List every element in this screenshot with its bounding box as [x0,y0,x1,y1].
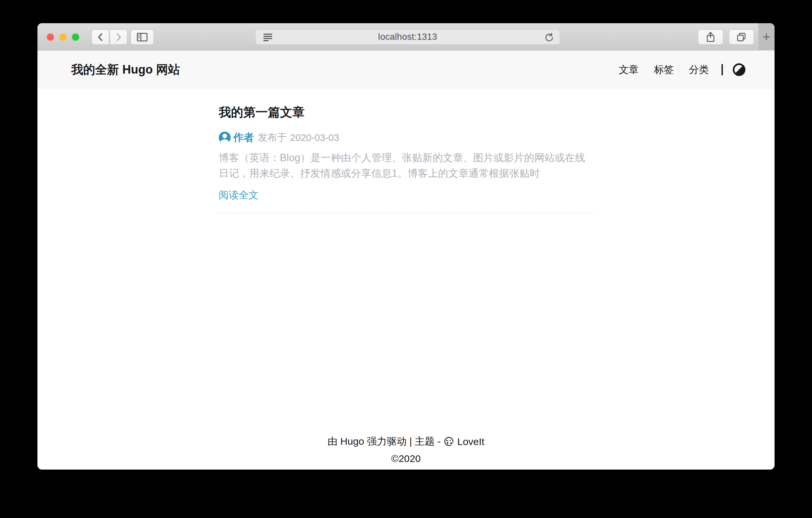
post-summary-text: 博客（英语：Blog）是一种由个人管理、张贴新的文章、图片或影片的网站或在线日记… [219,150,593,181]
publish-label: 发布于 [258,131,287,144]
author-link[interactable]: 作者 [233,131,254,144]
site-footer: 由 Hugo 强力驱动 | 主题 - LoveIt ©2020 [37,435,775,464]
post-title[interactable]: 我的第一篇文章 [219,104,593,121]
author-avatar-icon [219,132,231,144]
chevron-left-icon [97,33,104,42]
nav-item-posts[interactable]: 文章 [619,63,639,77]
page-content: 我的第一篇文章 作者 发布于 2020-03-03 博客（英语：Blog）是一种… [37,89,775,470]
footer-theme-link[interactable]: LoveIt [457,436,485,447]
publish-date: 2020-03-03 [290,132,339,143]
url-text: localhost:1313 [378,32,437,42]
forward-button[interactable] [110,29,127,45]
sidebar-icon [137,33,147,42]
sidebar-toggle-button[interactable] [130,29,154,45]
footer-copyright: ©2020 [37,453,775,464]
fullscreen-button[interactable] [72,33,79,41]
tabs-icon [736,32,746,42]
close-button[interactable] [47,33,54,41]
read-more-link[interactable]: 阅读全文 [219,188,259,202]
kiss-wink-heart-icon [444,436,454,447]
footer-powered-text: 由 Hugo 强力驱动 | 主题 - [328,435,441,448]
nav-item-categories[interactable]: 分类 [689,63,709,77]
nav-item-tags[interactable]: 标签 [654,63,674,77]
minimize-button[interactable] [59,33,67,41]
new-tab-button[interactable]: + [758,23,775,50]
nav-separator [722,64,723,75]
post-divider [219,213,593,213]
share-button[interactable] [698,29,723,45]
browser-toolbar: localhost:1313 [37,23,775,50]
plus-icon: + [763,30,770,44]
post-summary-card: 我的第一篇文章 作者 发布于 2020-03-03 博客（英语：Blog）是一种… [219,104,593,213]
back-button[interactable] [91,29,109,45]
tabs-overview-button[interactable] [729,29,754,45]
share-icon [706,31,715,43]
refresh-icon[interactable] [545,32,554,43]
chevron-right-icon [115,33,122,42]
site-nav: 文章 标签 分类 [604,63,745,77]
safari-window: localhost:1313 [37,23,775,470]
window-controls [47,33,79,41]
theme-toggle-icon[interactable] [733,63,745,76]
site-header: 我的全新 Hugo 网站 文章 标签 分类 [37,50,775,89]
address-bar[interactable]: localhost:1313 [255,29,560,45]
post-meta: 作者 发布于 2020-03-03 [219,131,593,144]
reader-mode-icon[interactable] [263,32,273,42]
site-title[interactable]: 我的全新 Hugo 网站 [71,62,180,78]
